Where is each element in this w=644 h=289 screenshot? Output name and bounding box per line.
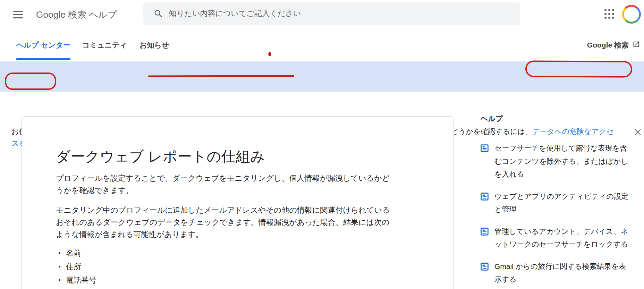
paragraph-line: うかを確認できます。 (56, 184, 390, 196)
google-search-product-link[interactable]: Google 検索 (587, 29, 640, 61)
list-item: 名前 (56, 246, 96, 260)
article-title: ダークウェブ レポートの仕組み (56, 147, 265, 166)
sidebar-item-label: セーフサーチを使用して露骨な表現を含むコンテンツを除外する、またはぼかしを入れる (494, 142, 630, 181)
article-doc-icon (481, 228, 489, 251)
article-bullet-list: 名前 住所 電話番号 (56, 246, 96, 287)
paragraph-line: ような情報が含まれる可能性があります。 (56, 228, 390, 240)
nav-tabbar: ヘルプ センター コミュニティ お知らせ Google 検索 (0, 29, 644, 62)
article-doc-icon (481, 193, 489, 216)
sidebar-item-safesearch-filter[interactable]: セーフサーチを使用して露骨な表現を含むコンテンツを除外する、またはぼかしを入れる (481, 142, 635, 181)
search-icon (154, 9, 163, 18)
bullet-marker (59, 252, 60, 254)
header: Google 検索 ヘルプ (0, 0, 644, 29)
bullet-text: 電話番号 (66, 275, 96, 286)
external-link-icon (633, 41, 640, 50)
product-link-label: Google 検索 (587, 40, 629, 50)
page-title: Google 検索 ヘルプ (36, 0, 117, 29)
bullet-text: 住所 (66, 262, 81, 272)
tab-announcements[interactable]: お知らせ (139, 29, 169, 61)
bullet-marker (59, 266, 60, 267)
avatar[interactable] (622, 5, 641, 24)
sidebar-item-label: 管理しているアカウント、デバイス、ネットワークのセーフサーチをロックする (494, 225, 630, 251)
sidebar-heading: ヘルプ (481, 112, 635, 124)
search-box[interactable] (143, 2, 520, 25)
sidebar-item-lock-safesearch[interactable]: 管理しているアカウント、デバイス、ネットワークのセーフサーチをロックする (481, 225, 635, 251)
article-card: ダークウェブ レポートの仕組み プロフィールを設定することで、ダークウェブをモニ… (22, 116, 454, 289)
bullet-marker (59, 279, 60, 281)
hamburger-icon[interactable] (12, 8, 24, 21)
paragraph-line: モニタリング中のプロフィールに追加したメールアドレスやその他の情報に関連付けられ… (56, 204, 390, 216)
help-sidebar: ヘルプ セーフサーチを使用して露骨な表現を含むコンテンツを除外する、またはぼかし… (481, 112, 635, 289)
sidebar-item-label: Gmail からの旅行に関する検索結果を表示する (494, 260, 630, 286)
article-paragraph-1: プロフィールを設定することで、ダークウェブをモニタリングし、個人情報が漏洩してい… (56, 172, 390, 196)
google-search-help-page: Google 検索 ヘルプ ヘルプ センター コミュニティ お知らせ Googl… (0, 0, 644, 289)
paragraph-line: プロフィールを設定することで、ダークウェブをモニタリングし、個人情報が漏洩してい… (56, 172, 390, 184)
sidebar-item-gmail-travel-results[interactable]: Gmail からの旅行に関する検索結果を表示する (481, 260, 635, 286)
tab-help-center[interactable]: ヘルプ センター (16, 29, 70, 61)
sidebar-item-web-app-activity[interactable]: ウェブとアプリのアクティビティの設定と管理 (481, 190, 635, 216)
tab-community[interactable]: コミュニティ (82, 29, 127, 61)
article-doc-icon (481, 144, 489, 181)
list-item: 住所 (56, 260, 96, 273)
bullet-text: 名前 (66, 248, 81, 258)
sidebar-item-label: ウェブとアプリのアクティビティの設定と管理 (494, 190, 630, 216)
search-input[interactable] (168, 9, 482, 18)
article-paragraph-2: モニタリング中のプロフィールに追加したメールアドレスやその他の情報に関連付けられ… (56, 204, 390, 240)
security-alert-banner: お使いのアカウント（ .. ）には 重大なセキュリティ警告があります。 信頼でき… (0, 61, 644, 92)
apps-grid-icon[interactable] (604, 9, 615, 19)
list-item: 電話番号 (56, 273, 96, 287)
article-doc-icon (481, 263, 489, 286)
paragraph-line: おそれのあるダークウェブのデータをチェックできます。情報漏洩があった場合、結果に… (56, 216, 390, 228)
